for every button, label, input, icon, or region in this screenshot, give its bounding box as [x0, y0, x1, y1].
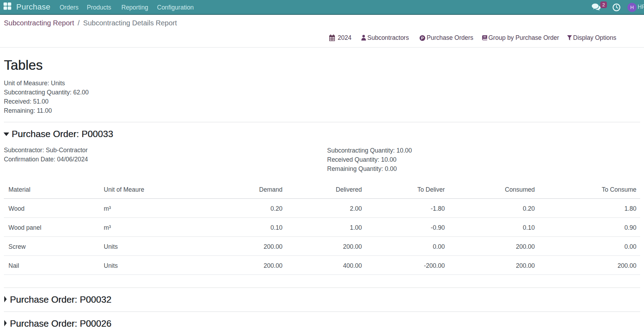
- svg-text:P: P: [421, 36, 424, 40]
